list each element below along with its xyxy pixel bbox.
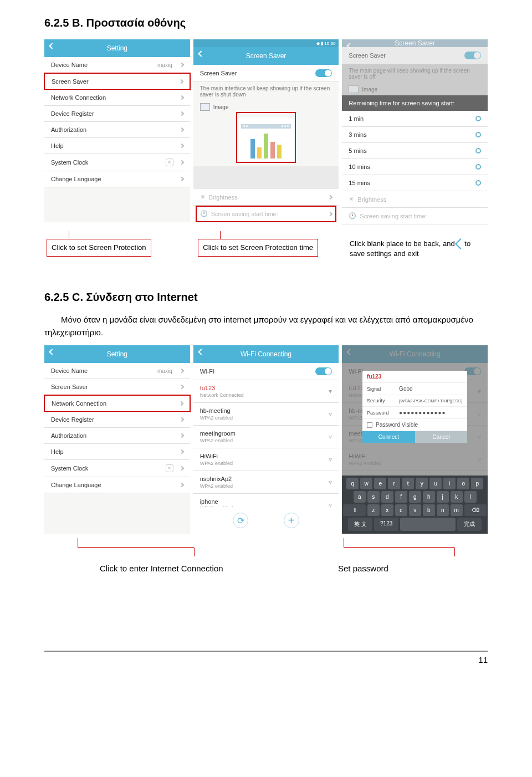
toggle-on-icon[interactable] <box>315 367 332 375</box>
label: System Clock <box>51 159 88 166</box>
row-screen-saver[interactable]: Screen Saver <box>44 73 191 90</box>
key-h[interactable]: h <box>423 491 435 503</box>
row-authorization[interactable]: Authorization <box>44 122 190 138</box>
wifi-network-row[interactable]: fu123Network Connected▾ <box>193 380 339 403</box>
row-image[interactable]: Image <box>193 101 339 113</box>
key-n[interactable]: n <box>437 504 449 516</box>
wifi-network-row[interactable]: iphoneWPA2 enabled▿ <box>193 494 339 507</box>
label: Change Language <box>51 482 101 488</box>
key-j[interactable]: j <box>437 491 449 503</box>
modal-pw-visible[interactable]: Password Visible <box>362 419 467 431</box>
row-device-name[interactable]: Device Name maxiq <box>44 57 190 73</box>
opt-3mins[interactable]: 3 mins <box>342 127 488 143</box>
key-space[interactable] <box>400 518 456 531</box>
key-p[interactable]: p <box>471 478 483 489</box>
back-icon[interactable] <box>50 44 58 52</box>
row-system-clock[interactable]: System Clock × <box>44 460 190 477</box>
row-network[interactable]: Network Connection <box>44 90 190 106</box>
key-y[interactable]: y <box>416 478 428 489</box>
label: 3 mins <box>349 131 366 138</box>
soft-keyboard[interactable]: qwertyuiop asdfghjkl ⇧zxcvbnm⌫ 英 文 ?123 … <box>342 476 488 534</box>
row-screensaver-toggle[interactable]: Screen Saver <box>193 65 339 82</box>
android-statusbar: ◆ ▮ 10:30 <box>193 39 339 47</box>
wifi-network-row[interactable]: meetingroomWPA2 enabled▿ <box>193 426 339 448</box>
key-⇧[interactable]: ⇧ <box>343 504 365 516</box>
wifi-network-row[interactable]: HiWiFiWPA2 enabled▿ <box>193 448 339 471</box>
key-done[interactable]: 完成 <box>457 518 482 531</box>
back-icon[interactable] <box>199 350 207 357</box>
label: Authorization <box>51 126 86 133</box>
key-i[interactable]: i <box>443 478 456 489</box>
cancel-button[interactable]: Cancel <box>415 431 468 443</box>
key-v[interactable]: v <box>409 504 421 516</box>
key-e[interactable]: e <box>374 478 386 489</box>
key-l[interactable]: l <box>464 491 477 503</box>
value: [WPA2-PSK-CCMP+TKIP][ESS] <box>399 398 462 403</box>
key-k[interactable]: k <box>451 491 463 503</box>
key-c[interactable]: c <box>395 504 407 516</box>
row-device-name[interactable]: Device Name maxiq <box>44 363 190 379</box>
key-u[interactable]: u <box>429 478 442 489</box>
opt-15mins[interactable]: 15 mins <box>342 175 488 191</box>
key-r[interactable]: r <box>388 478 400 489</box>
row-authorization[interactable]: Authorization <box>44 428 190 444</box>
radio-icon <box>475 164 481 170</box>
row-change-language[interactable]: Change Language <box>44 171 190 187</box>
caption-1: Click to set Screen Protection <box>44 227 185 263</box>
radio-icon <box>475 148 481 154</box>
key-x[interactable]: x <box>381 504 393 516</box>
key-lang[interactable]: 英 文 <box>348 518 372 531</box>
back-icon[interactable] <box>199 52 207 59</box>
key-b[interactable]: b <box>423 504 435 516</box>
key-g[interactable]: g <box>409 491 421 503</box>
key-numeric[interactable]: ?123 <box>374 518 398 531</box>
brightness-icon: ☀ <box>200 193 206 201</box>
connect-button[interactable]: Connect <box>362 431 415 443</box>
opt-5mins[interactable]: 5 mins <box>342 143 488 159</box>
row-help[interactable]: Help <box>44 138 190 154</box>
row-device-register[interactable]: Device Register <box>44 412 190 428</box>
section-title-2: 6.2.5 C. Σύνδεση στο Internet <box>44 291 488 304</box>
row-change-language[interactable]: Change Language <box>44 477 190 493</box>
label: Screen Saver <box>349 52 386 59</box>
modal-password[interactable]: Password●●●●●●●●●●●● <box>362 407 467 419</box>
chevron-right-icon <box>179 177 183 181</box>
row-system-clock[interactable]: System Clock × <box>44 154 190 171</box>
checkbox-icon[interactable] <box>367 422 372 428</box>
wifi-network-row[interactable]: nsphnixAp2WPA2 enabled▿ <box>193 471 339 494</box>
red-highlight <box>196 206 337 222</box>
key-o[interactable]: o <box>457 478 469 489</box>
key-w[interactable]: w <box>360 478 372 489</box>
key-t[interactable]: t <box>402 478 414 489</box>
key-m[interactable]: m <box>451 504 463 516</box>
opt-10mins[interactable]: 10 mins <box>342 159 488 175</box>
radio-icon <box>475 180 481 186</box>
chevron-right-icon <box>328 195 332 199</box>
row-screen-saver[interactable]: Screen Saver <box>44 379 190 395</box>
key-z[interactable]: z <box>367 504 380 516</box>
top-captions: Click to set Screen Protection Click to … <box>44 227 488 263</box>
key-s[interactable]: s <box>367 491 380 503</box>
settings-network-screenshot: Setting Device Name maxiq Screen Saver N… <box>44 345 190 534</box>
row-network[interactable]: Network Connection <box>44 395 191 412</box>
label: 1 min <box>349 115 364 122</box>
row-brightness[interactable]: ☀Brightness <box>193 189 339 206</box>
chevron-right-icon <box>179 449 183 454</box>
topbar: Setting <box>44 345 190 363</box>
key-⌫[interactable]: ⌫ <box>464 504 487 516</box>
key-q[interactable]: q <box>346 478 359 489</box>
password-field[interactable]: ●●●●●●●●●●●● <box>399 410 446 416</box>
key-d[interactable]: d <box>381 491 393 503</box>
key-a[interactable]: a <box>354 491 366 503</box>
opt-1min[interactable]: 1 min <box>342 111 488 127</box>
key-f[interactable]: f <box>395 491 407 503</box>
screensaver-desc: The main page will keep showing up if th… <box>342 64 488 83</box>
row-wifi-toggle[interactable]: Wi-Fi <box>193 363 339 380</box>
toggle-on-icon[interactable] <box>315 69 332 77</box>
add-network-button[interactable]: + <box>284 513 299 528</box>
refresh-button[interactable]: ⟳ <box>233 513 248 528</box>
row-help[interactable]: Help <box>44 444 190 460</box>
back-icon[interactable] <box>50 350 58 357</box>
wifi-network-row[interactable]: hb-meetingWPA2 enabled▿ <box>193 403 339 426</box>
row-device-register[interactable]: Device Register <box>44 106 190 122</box>
